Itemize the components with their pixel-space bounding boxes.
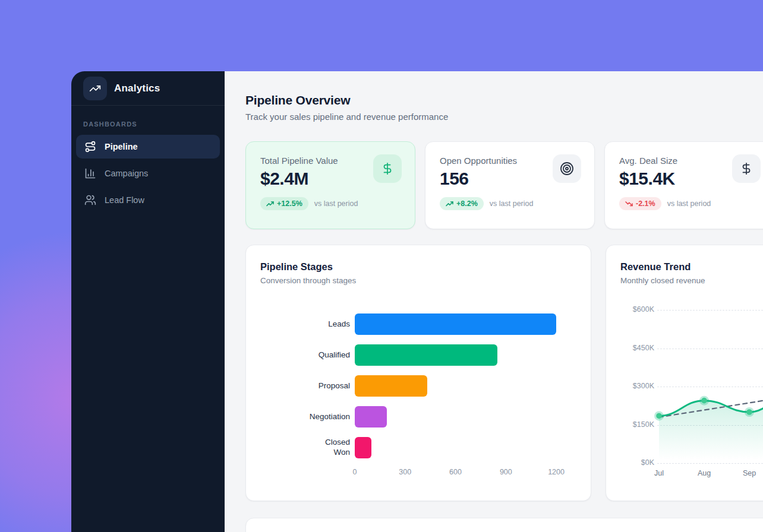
target-icon	[560, 162, 574, 176]
x-axis-tick: 300	[399, 468, 411, 476]
sidebar-item-label: Lead Flow	[105, 195, 144, 205]
bar-category-label: Qualified	[260, 350, 350, 360]
bar-category-label: Leads	[260, 319, 350, 330]
sidebar-item-label: Campaigns	[105, 169, 148, 178]
kpi-compare-label: vs last period	[490, 200, 534, 208]
kpi-card-total-pipeline-value[interactable]: Total Pipeline Value $2.4M +12.5% vs las…	[245, 141, 415, 229]
dollar-icon	[740, 162, 753, 175]
bar-qualified[interactable]	[355, 344, 497, 366]
y-axis-tick: $300K	[620, 382, 654, 390]
route-icon	[84, 141, 96, 153]
bar-category-label: Proposal	[260, 381, 350, 391]
page-title: Pipeline Overview	[245, 93, 763, 108]
kpi-icon-tile	[732, 154, 761, 183]
sidebar-item-lead-flow[interactable]: Lead Flow	[76, 188, 220, 212]
logo-row: Analytics	[71, 71, 225, 106]
x-axis-tick: 1200	[548, 468, 565, 476]
bottom-card	[245, 518, 763, 532]
revenue-trend-card: Revenue Trend Monthly closed revenue $60…	[606, 245, 763, 501]
bar-negotiation[interactable]	[355, 406, 387, 428]
trending-up-icon	[266, 201, 274, 207]
app-name: Analytics	[114, 83, 160, 94]
sidebar: Analytics DASHBOARDS Pipeline Campaigns	[71, 71, 225, 532]
chart-title: Revenue Trend	[620, 261, 759, 273]
chart-subtitle: Monthly closed revenue	[620, 275, 759, 286]
pipeline-stages-card: Pipeline Stages Conversion through stage…	[245, 245, 591, 501]
x-axis-tick: 900	[500, 468, 512, 476]
bar-row: Closed Won	[260, 437, 576, 458]
bar-leads[interactable]	[355, 314, 556, 335]
dollar-icon	[381, 162, 394, 175]
sidebar-item-label: Pipeline	[105, 142, 138, 151]
kpi-card-open-opportunities[interactable]: Open Opportunities 156 +8.2% vs last per…	[425, 141, 595, 229]
bar-row: Proposal	[260, 375, 576, 397]
y-axis-tick: $0K	[620, 458, 654, 467]
bar-track	[355, 375, 576, 397]
bar-row: Qualified	[260, 344, 576, 366]
kpi-change-badge: +8.2%	[440, 197, 484, 210]
kpi-compare-label: vs last period	[314, 200, 358, 208]
kpi-icon-tile	[553, 154, 581, 183]
sidebar-item-pipeline[interactable]: Pipeline	[76, 135, 220, 159]
sidebar-section-label: DASHBOARDS	[83, 121, 213, 128]
kpi-row: Total Pipeline Value $2.4M +12.5% vs las…	[245, 141, 763, 229]
bar-track	[355, 314, 576, 335]
stage-x-axis: 03006009001200	[355, 468, 576, 477]
bar-row: Leads	[260, 314, 576, 335]
sidebar-item-campaigns[interactable]: Campaigns	[76, 162, 220, 185]
bar-category-label: Closed Won	[260, 438, 350, 458]
kpi-change-badge: +12.5%	[260, 197, 308, 210]
app-logo	[83, 77, 107, 100]
chart-subtitle: Conversion through stages	[260, 275, 576, 286]
trending-down-icon	[625, 201, 633, 207]
app-window: Analytics DASHBOARDS Pipeline Campaigns	[71, 71, 763, 532]
kpi-change-badge: -2.1%	[619, 197, 661, 210]
chart-title: Pipeline Stages	[260, 261, 576, 273]
main-area: Pipeline Overview Track your sales pipel…	[225, 71, 763, 532]
kpi-card-avg-deal-size[interactable]: Avg. Deal Size $15.4K -2.1% vs last peri…	[604, 141, 763, 229]
trending-up-icon	[446, 201, 453, 207]
bar-closed-won[interactable]	[355, 437, 371, 458]
users-icon	[84, 194, 96, 206]
x-axis-tick: 600	[449, 468, 462, 476]
revenue-area-fill	[659, 392, 763, 463]
bar-track	[355, 344, 576, 366]
kpi-icon-tile	[373, 154, 402, 183]
revenue-line-svg	[650, 303, 763, 481]
charts-row: Pipeline Stages Conversion through stage…	[245, 245, 763, 501]
bar-row: Negotiation	[260, 406, 576, 428]
trending-up-icon	[89, 83, 101, 94]
y-axis-tick: $150K	[620, 420, 654, 429]
bar-proposal[interactable]	[355, 375, 427, 397]
kpi-compare-label: vs last period	[667, 200, 711, 208]
data-point[interactable]	[746, 409, 752, 415]
bar-track	[355, 406, 576, 428]
bar-chart-icon	[84, 167, 96, 179]
stage-bar-list: LeadsQualifiedProposalNegotiationClosed …	[260, 314, 576, 458]
revenue-line-chart: $600K$450K$300K$150K$0KJulAugSep	[620, 310, 759, 488]
data-point[interactable]	[701, 398, 707, 404]
sidebar-nav: Pipeline Campaigns Lead Flow	[71, 128, 225, 212]
y-axis-tick: $600K	[620, 305, 654, 314]
bar-category-label: Negotiation	[260, 412, 350, 422]
data-point[interactable]	[656, 413, 662, 419]
x-axis-tick: 0	[353, 468, 357, 476]
y-axis-tick: $450K	[620, 344, 654, 352]
bar-track	[355, 437, 576, 458]
page-subtitle: Track your sales pipeline and revenue pe…	[245, 110, 763, 124]
